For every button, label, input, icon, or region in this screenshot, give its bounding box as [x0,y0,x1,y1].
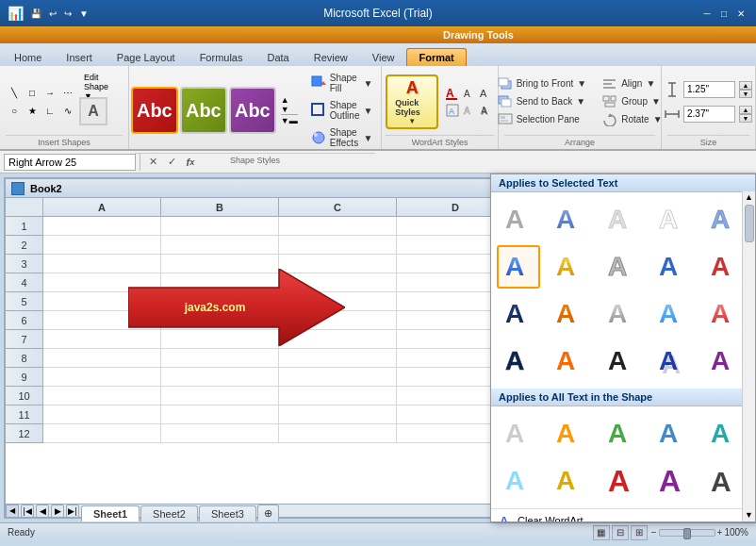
row-num-7[interactable]: 7 [6,330,43,349]
tab-data[interactable]: Data [255,48,301,66]
page-break-view-btn[interactable]: ⊞ [631,525,648,540]
cell-a10[interactable] [43,387,161,405]
zoom-slider[interactable] [659,529,715,537]
group-btn[interactable]: Group ▼ [598,93,666,110]
qa-redo[interactable]: ↪ [61,8,74,20]
shape-line2-tool[interactable]: ∟ [41,102,58,119]
height-input[interactable] [683,81,735,98]
cell-c9[interactable] [279,368,397,387]
shape-arrow-tool[interactable]: → [41,84,58,101]
qs-all-8[interactable]: A [600,459,643,503]
arrow-shape[interactable]: java2s.com [128,269,345,346]
shape-fill-btn[interactable]: Shape Fill ▼ [304,70,380,96]
qs-item-10[interactable]: A [702,245,746,289]
height-down[interactable]: ▼ [739,90,752,98]
qs-all-1[interactable]: A [497,412,540,455]
cell-a11[interactable] [43,405,161,424]
rotate-btn[interactable]: Rotate ▼ [598,111,666,128]
height-up[interactable]: ▲ [739,81,752,90]
qs-scroll-up[interactable]: ▲ [743,191,755,203]
cell-b9[interactable] [161,368,279,387]
sheet-tab-2[interactable]: Sheet2 [140,505,198,521]
shape-fill-arrow[interactable]: ▼ [363,78,372,89]
qs-item-17[interactable]: A [548,339,591,383]
qs-all-5[interactable]: A [702,412,746,455]
cell-c12[interactable] [279,424,397,443]
shape-line-tool[interactable]: ╲ [6,84,23,101]
col-header-c[interactable]: C [279,198,397,217]
cell-a9[interactable] [43,368,161,387]
qs-all-6[interactable]: A [497,459,540,503]
qs-item-15[interactable]: A [702,292,746,336]
quick-styles-btn[interactable]: A Quick Styles ▼ [386,74,438,129]
qs-item-13[interactable]: A [600,292,643,336]
row-num-2[interactable]: 2 [6,236,43,255]
tab-formulas[interactable]: Formulas [188,48,255,66]
qa-undo[interactable]: ↩ [46,8,59,20]
align-arrow[interactable]: ▼ [646,78,655,89]
shape-outline-btn[interactable]: Shape Outline ▼ [304,97,380,124]
qs-item-16[interactable]: A [497,339,540,383]
width-down[interactable]: ▼ [739,114,752,123]
qs-item-20[interactable]: A [702,339,746,383]
qs-all-4[interactable]: A [650,412,694,455]
qs-item-4[interactable]: A [650,198,694,241]
row-num-12[interactable]: 12 [6,424,43,443]
qs-item-5[interactable]: A [702,198,746,241]
cell-c10[interactable] [279,387,397,405]
scroll-down-btn[interactable]: ▼ [281,105,298,114]
cell-b10[interactable] [161,387,279,405]
tab-view[interactable]: View [360,48,407,66]
row-num-6[interactable]: 6 [6,311,43,330]
normal-view-btn[interactable]: ▦ [593,525,610,540]
shape-effects-arrow[interactable]: ▼ [363,133,372,143]
qs-all-9[interactable]: A [650,459,694,503]
qs-scrollbar[interactable]: ▲ ▼ [742,191,755,521]
sheet-tab-3[interactable]: Sheet3 [199,505,256,521]
qs-item-19[interactable]: AA [650,339,694,383]
clear-wordart-btn[interactable]: A Clear WordArt [491,508,755,522]
cell-c11[interactable] [279,405,397,424]
cell-c2[interactable] [279,236,397,255]
row-num-11[interactable]: 11 [6,405,43,424]
qs-all-7[interactable]: A [548,459,591,503]
row-num-3[interactable]: 3 [6,255,43,273]
qs-scroll-down[interactable]: ▼ [743,510,755,520]
col-header-b[interactable]: B [161,198,279,217]
qs-item-8[interactable]: A [600,245,643,289]
qs-item-3[interactable]: A [600,198,643,241]
width-input[interactable] [683,106,735,123]
first-tab-btn[interactable]: |◀ [21,505,34,518]
qs-item-11[interactable]: A [497,292,540,336]
scroll-left-btn[interactable]: ◀ [6,505,19,518]
edit-shape-btn[interactable]: Edit Shape ▼ [79,78,123,95]
send-to-back-btn[interactable]: Send to Back ▼ [493,93,592,110]
prev-tab-btn[interactable]: ◀ [36,505,49,518]
cell-b12[interactable] [161,424,279,443]
sheet-tab-1[interactable]: Sheet1 [81,505,140,521]
minimize-icon[interactable]: ─ [699,6,715,21]
bring-front-arrow[interactable]: ▼ [577,78,586,89]
qs-all-2[interactable]: A [548,412,591,455]
shape-more-tool[interactable]: ⋯ [59,84,76,101]
name-box[interactable] [4,154,136,171]
tab-page-layout[interactable]: Page Layout [105,48,188,66]
qa-save[interactable]: 💾 [27,8,44,20]
qs-item-2[interactable]: A [548,198,591,241]
qs-item-12[interactable]: A [548,292,591,336]
tab-insert[interactable]: Insert [54,48,105,66]
qa-dropdown[interactable]: ▼ [76,8,91,20]
zoom-out-btn[interactable]: − [651,527,657,538]
maximize-icon[interactable]: □ [716,6,731,21]
page-layout-view-btn[interactable]: ⊟ [612,525,629,540]
last-tab-btn[interactable]: ▶| [66,505,79,518]
selection-pane-btn[interactable]: Selection Pane [493,111,592,128]
scroll-more-btn[interactable]: ▼▬ [281,114,298,125]
next-tab-btn[interactable]: ▶ [51,505,64,518]
cell-c1[interactable] [279,217,397,236]
quick-styles-arrow[interactable]: ▼ [408,117,416,125]
shape-effects-btn[interactable]: Shape Effects ▼ [304,124,380,151]
send-back-arrow[interactable]: ▼ [576,96,585,107]
cell-a2[interactable] [43,236,161,255]
new-sheet-btn[interactable]: ⊕ [257,505,279,521]
